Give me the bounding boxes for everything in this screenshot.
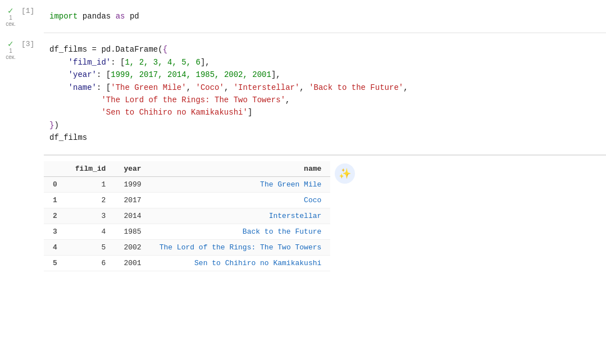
colon1: : [ [111, 58, 125, 67]
cell-1-checkmark: ✓ [7, 7, 14, 15]
film-id-values: 1, 2, 3, 4, 5, 6 [125, 58, 200, 67]
row-1-film-id: 2 [66, 192, 115, 208]
row-4-film-id: 5 [66, 239, 115, 255]
row-4-name: The Lord of the Rings: The Two Towers [151, 239, 331, 255]
cell-1-time1: 1 [9, 15, 12, 21]
pandas-name: pandas [83, 12, 111, 21]
row-5-film-id: 6 [66, 255, 115, 271]
cell-1: ✓ 1 сек. [1] import pandas as pd [0, 0, 606, 33]
cell-1-timeunit: сек. [6, 21, 16, 27]
row-3-film-id: 4 [66, 224, 115, 239]
row-5-index: 5 [44, 255, 66, 271]
year-key: 'year' [69, 70, 97, 79]
open-brace: { [163, 45, 167, 54]
cell-3-checkmark: ✓ [7, 40, 14, 48]
close-paren: ) [54, 121, 58, 130]
row-3-year: 1985 [115, 224, 150, 239]
magic-wand-icon: ✨ [339, 167, 351, 180]
cell-3-number: [3] [21, 38, 44, 149]
cell-3-timeunit: сек. [6, 54, 16, 60]
pd-alias: pd [130, 12, 139, 21]
close-bracket1: ], [201, 58, 210, 67]
row-4-year: 2002 [115, 239, 150, 255]
comma1: , [186, 83, 196, 92]
table-row: 1 2 2017 Coco [44, 192, 330, 208]
col-header-index [44, 161, 66, 177]
comma4: , [403, 83, 408, 92]
row-2-film-id: 3 [66, 208, 115, 224]
name-val5: 'The Lord of the Rings: The Two Towers' [101, 95, 285, 104]
cell-1-content[interactable]: import pandas as pd [44, 4, 606, 28]
df-films-display: df_films [49, 133, 87, 142]
year-values: 1999, 2017, 2014, 1985, 2002, 2001 [111, 70, 271, 79]
col-header-name: name [151, 161, 331, 177]
notebook: ✓ 1 сек. [1] import pandas as pd ✓ 1 сек… [0, 0, 606, 277]
row-3-index: 3 [44, 224, 66, 239]
row-5-year: 2001 [115, 255, 150, 271]
df-films-assign: df_films = pd.DataFrame( [49, 45, 163, 54]
cell-1-status: ✓ 1 сек. [0, 4, 21, 28]
table-header-row: film_id year name [44, 161, 330, 177]
import-keyword: import [49, 12, 78, 21]
row-2-year: 2014 [115, 208, 150, 224]
name-val2: 'Coco' [195, 83, 224, 92]
colon2: : [ [97, 70, 111, 79]
magic-wand-button[interactable]: ✨ [335, 163, 355, 184]
row-0-film-id: 1 [66, 176, 115, 192]
cell-1-number: [1] [21, 4, 44, 28]
row-1-year: 2017 [115, 192, 150, 208]
close-bracket2: ], [271, 70, 281, 79]
row-1-index: 1 [44, 192, 66, 208]
name-val3: 'Interstellar' [234, 83, 300, 92]
comma5: , [285, 95, 290, 104]
col-header-film-id: film_id [66, 161, 115, 177]
name-val1: 'The Green Mile' [111, 83, 186, 92]
table-row: 5 6 2001 Sen to Chihiro no Kamikakushi [44, 255, 330, 271]
cell-1-code: import pandas as pd [44, 7, 606, 26]
comma2: , [224, 83, 234, 92]
df-table-wrapper: film_id year name 0 1 1999 The Green Mil… [44, 161, 606, 271]
output-area: film_id year name 0 1 1999 The Green Mil… [44, 155, 606, 277]
film-id-key: 'film_id' [69, 58, 111, 67]
col-header-year: year [115, 161, 150, 177]
cell-3: ✓ 1 сек. [3] df_films = pd.DataFrame({ '… [0, 33, 606, 154]
table-row: 0 1 1999 The Green Mile [44, 176, 330, 192]
row-4-index: 4 [44, 239, 66, 255]
cell-3-time1: 1 [9, 48, 12, 54]
row-5-name: Sen to Chihiro no Kamikakushi [151, 255, 331, 271]
row-1-name: Coco [151, 192, 331, 208]
cell-3-status: ✓ 1 сек. [0, 38, 21, 149]
comma3: , [299, 83, 309, 92]
colon3: : [ [97, 83, 111, 92]
row-0-index: 0 [44, 176, 66, 192]
row-0-name: The Green Mile [151, 176, 331, 192]
dataframe-table: film_id year name 0 1 1999 The Green Mil… [44, 161, 330, 271]
row-2-index: 2 [44, 208, 66, 224]
close-bracket3: ] [248, 108, 252, 117]
row-2-name: Interstellar [151, 208, 331, 224]
name-val4: 'Back to the Future' [309, 83, 403, 92]
row-0-year: 1999 [115, 176, 150, 192]
table-row: 3 4 1985 Back to the Future [44, 224, 330, 239]
cell-3-content[interactable]: df_films = pd.DataFrame({ 'film_id': [1,… [44, 38, 606, 149]
name-key: 'name' [69, 83, 97, 92]
as-keyword: as [116, 12, 125, 21]
row-3-name: Back to the Future [151, 224, 331, 239]
table-row: 2 3 2014 Interstellar [44, 208, 330, 224]
cell-3-code: df_films = pd.DataFrame({ 'film_id': [1,… [44, 40, 606, 147]
name-val6: 'Sen to Chihiro no Kamikakushi' [101, 108, 247, 117]
table-row: 4 5 2002 The Lord of the Rings: The Two … [44, 239, 330, 255]
